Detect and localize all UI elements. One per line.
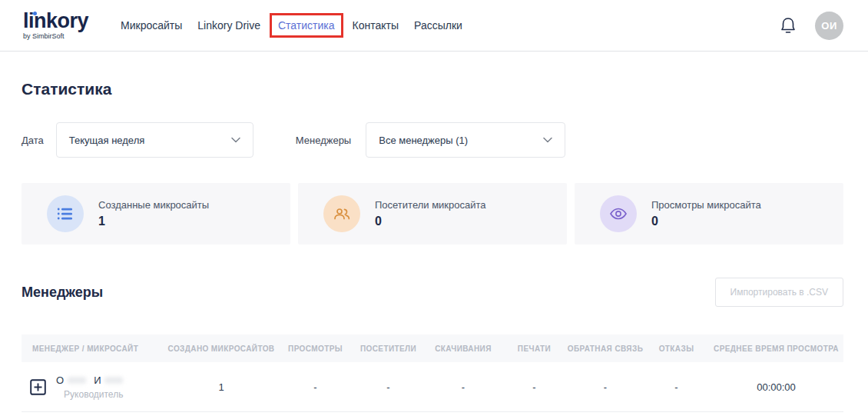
cell-created: 1 xyxy=(164,381,279,393)
chevron-down-icon xyxy=(543,137,552,143)
stat-card-views: Просмотры микросайта 0 xyxy=(575,183,843,245)
cell-bounces: - xyxy=(644,381,709,393)
col-header-downloads: СКАЧИВАНИЯ xyxy=(425,344,502,353)
main-navigation: Микросайты Linkory Drive Статистика Конт… xyxy=(113,13,470,38)
stat-card-value: 0 xyxy=(375,215,486,228)
col-header-bounces: ОТКАЗЫ xyxy=(644,344,709,353)
cell-avg-time: 00:00:00 xyxy=(709,381,843,393)
stat-card-label: Посетители микросайта xyxy=(375,199,486,211)
chevron-down-icon xyxy=(231,137,240,143)
redacted-name-part xyxy=(68,377,86,384)
filters-row: Дата Текущая неделя Менеджеры Все менедж… xyxy=(22,122,843,158)
stat-card-created-microsites: Созданные микросайты 1 xyxy=(22,183,290,245)
table-row: О И Руководитель 1 - - - - - - 00:00:00 xyxy=(22,362,843,412)
manager-name: О И xyxy=(56,374,131,386)
manager-first-initial: О xyxy=(56,374,64,386)
col-header-avg-time: СРЕДНЕЕ ВРЕМЯ ПРОСМОТРА xyxy=(709,344,843,353)
people-icon xyxy=(323,195,360,232)
cell-visitors: - xyxy=(352,381,425,393)
nav-item-microsites[interactable]: Микросайты xyxy=(121,15,182,36)
import-csv-button[interactable]: Импортировать в .CSV xyxy=(715,278,843,307)
table-header-row: МЕНЕДЖЕР / МИКРОСАЙТ СОЗДАНО МИКРОСАЙТОВ… xyxy=(22,334,843,362)
main-content: Статистика Дата Текущая неделя Менеджеры… xyxy=(0,80,868,412)
managers-filter-label: Менеджеры xyxy=(296,135,351,146)
col-header-prints: ПЕЧАТИ xyxy=(502,344,567,353)
eye-icon xyxy=(600,195,637,232)
cell-prints: - xyxy=(502,381,567,393)
notification-bell-icon[interactable] xyxy=(780,16,797,35)
annotation-highlight-box: Статистика xyxy=(270,13,343,38)
col-header-feedback: ОБРАТНАЯ СВЯЗЬ xyxy=(567,344,644,353)
avatar-initials: ОИ xyxy=(821,20,837,32)
managers-filter-value: Все менеджеры (1) xyxy=(379,135,468,146)
managers-section-header: Менеджеры Импортировать в .CSV xyxy=(22,278,843,307)
stat-cards-row: Созданные микросайты 1 Посетители микрос… xyxy=(22,183,843,245)
nav-item-statistics[interactable]: Статистика xyxy=(278,19,335,32)
manager-role: Руководитель xyxy=(56,389,131,400)
col-header-visitors: ПОСЕТИТЕЛИ xyxy=(352,344,425,353)
stat-card-value: 0 xyxy=(651,215,761,228)
managers-table: МЕНЕДЖЕР / МИКРОСАЙТ СОЗДАНО МИКРОСАЙТОВ… xyxy=(22,334,843,412)
stat-card-visitors: Посетители микросайта 0 xyxy=(298,183,567,245)
cell-downloads: - xyxy=(425,381,502,393)
cell-views: - xyxy=(279,381,352,393)
stat-card-label: Созданные микросайты xyxy=(98,199,209,211)
cell-feedback: - xyxy=(567,381,644,393)
managers-filter-dropdown[interactable]: Все менеджеры (1) xyxy=(366,122,565,158)
stat-card-value: 1 xyxy=(98,215,209,228)
stat-card-label: Просмотры микросайта xyxy=(651,199,761,211)
date-filter-value: Текущая неделя xyxy=(69,135,144,146)
col-header-manager: МЕНЕДЖЕР / МИКРОСАЙТ xyxy=(22,344,164,353)
nav-item-contacts[interactable]: Контакты xyxy=(353,15,399,36)
col-header-created: СОЗДАНО МИКРОСАЙТОВ xyxy=(164,344,279,353)
logo-i-dot xyxy=(33,12,37,15)
nav-item-linkory-drive[interactable]: Linkory Drive xyxy=(197,15,260,36)
page-title: Статистика xyxy=(22,80,843,98)
logo-subtitle: by SimbirSoft xyxy=(23,33,88,40)
expand-row-icon[interactable] xyxy=(30,379,46,395)
top-navbar: linkory by SimbirSoft Микросайты Linkory… xyxy=(0,0,868,52)
date-filter-label: Дата xyxy=(22,135,44,146)
list-icon xyxy=(47,195,84,232)
linkory-logo[interactable]: linkory by SimbirSoft xyxy=(23,11,88,40)
col-header-views: ПРОСМОТРЫ xyxy=(279,344,352,353)
managers-section-title: Менеджеры xyxy=(22,285,103,301)
nav-item-mailings[interactable]: Рассылки xyxy=(414,15,462,36)
redacted-name-part xyxy=(104,377,123,384)
date-filter-dropdown[interactable]: Текущая неделя xyxy=(56,122,253,158)
manager-second-initial: И xyxy=(94,374,101,386)
user-avatar[interactable]: ОИ xyxy=(815,12,843,40)
